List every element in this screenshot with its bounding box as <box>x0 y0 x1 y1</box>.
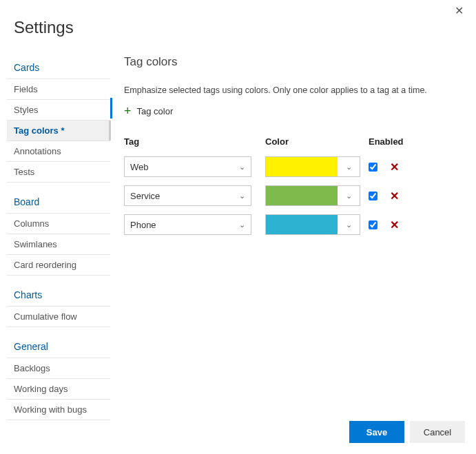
chevron-down-icon: ⌄ <box>239 220 245 229</box>
sidebar-section-header[interactable]: Board <box>7 189 110 214</box>
cancel-button[interactable]: Cancel <box>410 421 465 443</box>
tag-select[interactable]: Service⌄ <box>124 185 251 206</box>
chevron-down-icon: ⌄ <box>239 163 245 172</box>
active-indicator <box>110 98 112 118</box>
tag-select[interactable]: Phone⌄ <box>124 214 251 235</box>
sidebar-item[interactable]: Styles <box>7 100 110 121</box>
plus-icon: + <box>124 105 132 117</box>
color-swatch <box>266 186 338 205</box>
tag-colors-table: Tag Color Enabled Web⌄⌄✕Service⌄⌄✕Phone⌄… <box>124 136 462 239</box>
color-select[interactable]: ⌄ <box>265 185 360 206</box>
add-tag-color-label: Tag color <box>137 106 174 116</box>
sidebar-item[interactable]: Tests <box>7 162 110 183</box>
color-swatch <box>266 215 338 234</box>
sidebar-item[interactable]: Working days <box>7 379 110 400</box>
page-title: Settings <box>0 0 476 55</box>
tag-select-value: Service <box>130 191 160 201</box>
close-icon: ✕ <box>455 5 464 17</box>
add-tag-color-button[interactable]: + Tag color <box>124 105 173 117</box>
sidebar-item[interactable]: Card reordering <box>7 255 110 276</box>
tag-select[interactable]: Web⌄ <box>124 156 251 177</box>
table-row: Phone⌄⌄✕ <box>124 210 462 239</box>
enabled-checkbox[interactable] <box>369 220 377 229</box>
sidebar-item[interactable]: Fields <box>7 79 110 100</box>
color-select[interactable]: ⌄ <box>265 214 360 235</box>
color-swatch <box>266 157 338 176</box>
table-row: Web⌄⌄✕ <box>124 152 462 181</box>
chevron-down-icon: ⌄ <box>338 163 360 172</box>
sidebar-section-header[interactable]: Charts <box>7 282 110 307</box>
settings-sidebar: CardsFieldsStylesTag colors *Annotations… <box>0 55 110 406</box>
sidebar-section-header[interactable]: General <box>7 334 110 358</box>
delete-button[interactable]: ✕ <box>390 189 399 203</box>
save-button[interactable]: Save <box>349 421 404 443</box>
sidebar-section-header[interactable]: Cards <box>7 55 110 79</box>
column-header-color: Color <box>265 136 369 152</box>
color-select[interactable]: ⌄ <box>265 156 360 177</box>
panel-description: Emphasize selected tags using colors. On… <box>124 85 462 95</box>
sidebar-item[interactable]: Working with bugs <box>7 400 110 420</box>
panel-title: Tag colors <box>124 55 462 69</box>
column-header-tag: Tag <box>124 136 265 152</box>
sidebar-item[interactable]: Tag colors * <box>7 121 110 141</box>
chevron-down-icon: ⌄ <box>239 192 245 200</box>
sidebar-item[interactable]: Backlogs <box>7 358 110 379</box>
column-header-enabled: Enabled <box>369 136 462 152</box>
enabled-checkbox[interactable] <box>369 163 377 172</box>
dialog-footer: Save Cancel <box>349 421 465 443</box>
sidebar-item[interactable]: Swimlanes <box>7 234 110 255</box>
close-button[interactable]: ✕ <box>455 6 464 17</box>
tag-select-value: Web <box>130 162 149 172</box>
sidebar-item[interactable]: Columns <box>7 214 110 234</box>
sidebar-item[interactable]: Annotations <box>7 141 110 162</box>
main-panel: Tag colors Emphasize selected tags using… <box>110 55 476 406</box>
delete-button[interactable]: ✕ <box>390 161 399 174</box>
sidebar-item[interactable]: Cumulative flow <box>7 307 110 327</box>
table-row: Service⌄⌄✕ <box>124 181 462 210</box>
delete-button[interactable]: ✕ <box>390 218 399 231</box>
tag-select-value: Phone <box>130 220 156 230</box>
enabled-checkbox[interactable] <box>369 192 377 200</box>
chevron-down-icon: ⌄ <box>338 220 360 229</box>
chevron-down-icon: ⌄ <box>338 192 360 200</box>
